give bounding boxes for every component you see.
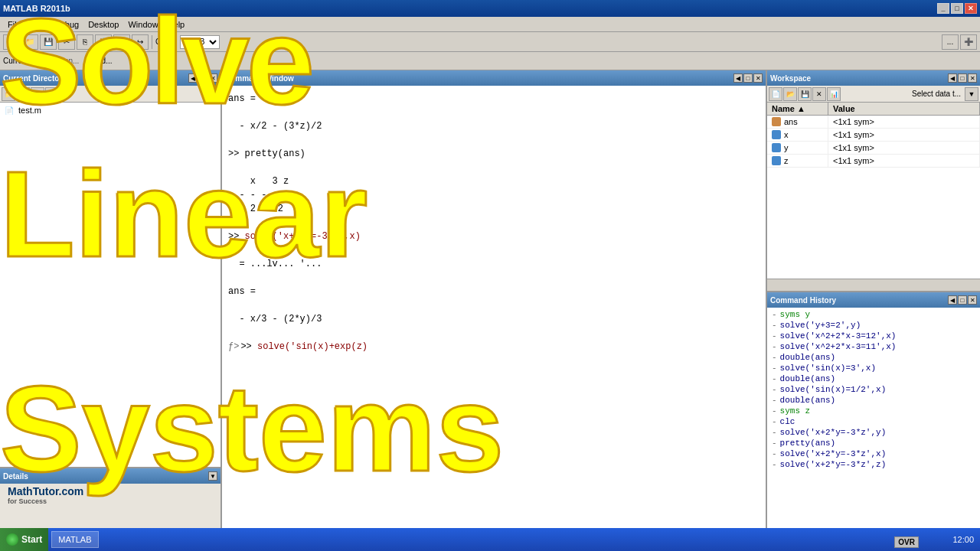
cmd-content[interactable]: ans = - x/2 - (3*z)/2 >> pretty(ans) x 3… [222,86,766,528]
cmd-line-1: ans = [228,92,760,106]
close-button[interactable]: ✕ [965,3,977,14]
ws-icon-y [772,143,781,152]
hist-item-8[interactable]: - double(ans) [770,395,977,406]
hist-item-2[interactable]: - solve('x^2+2*x-3=12',x) [770,331,977,341]
cmd-close-btn[interactable]: ✕ [753,73,763,83]
hist-item-3[interactable]: - solve('x^2+2*x-3=11',x) [770,341,977,352]
ws-save-btn[interactable]: 💾 [798,87,812,101]
left-pin-btn[interactable]: ◀ [188,73,198,83]
add-btn[interactable]: ➕ [31,87,44,101]
hist-cmd-9: syms z [780,406,811,416]
hist-item-0[interactable]: - syms y [770,309,977,320]
menu-edit[interactable]: Edit [26,18,50,31]
hist-cmd-8: double(ans) [780,396,836,405]
hist-item-7[interactable]: - solve('sin(x)=1/2',x) [770,384,977,395]
ws-plot-btn[interactable]: 📊 [827,87,841,101]
cut-btn[interactable]: ✂ [58,34,75,50]
cmd-pin-btn[interactable]: ◀ [733,73,743,83]
hist-item-5[interactable]: - solve('sin(x)=3',x) [770,363,977,373]
menu-desktop[interactable]: Desktop [83,18,123,31]
hist-cmd-0: syms y [780,310,811,319]
browse-btn[interactable]: ... [942,34,959,50]
menu-window[interactable]: Window [123,18,162,31]
menu-help[interactable]: Help [163,18,190,31]
file-list: 📄 test.m [0,103,220,467]
hist-close-btn[interactable]: ✕ [968,295,977,305]
cmd-line-12 [228,243,760,257]
hist-item-11[interactable]: - solve('x+2*y=-3*z',y) [770,427,977,438]
cmd-line-18 [228,326,760,340]
cmd-max-btn[interactable]: □ [743,73,753,83]
menu-file[interactable]: File [3,18,26,31]
addpath-btn[interactable]: ➕ [960,34,977,50]
ws-dropdown-btn[interactable]: ▼ [965,87,978,101]
hist-item-6[interactable]: - double(ans) [770,373,977,384]
left-panel-toolbar: 📁 ↑ ➕ 🔍 [0,86,220,103]
ws-cell-ans-name: ans [767,116,828,128]
menu-debug[interactable]: Debug [50,18,83,31]
ws-open-btn[interactable]: 📂 [783,87,797,101]
ws-row-y[interactable]: y <1x1 sym> [767,142,980,155]
matlab-window: MATLAB R2011b _ □ ✕ File Edit Debug Desk… [0,0,980,528]
toolbar-path: C:\U... TLAB [155,35,940,49]
taskbar-matlab-item[interactable]: MATLAB [51,531,98,548]
file-item-testm[interactable]: 📄 test.m [0,103,220,118]
ws-delete-btn[interactable]: ✕ [812,87,826,101]
left-max-btn[interactable]: □ [198,73,207,83]
ovr-badge: OVR [894,536,919,548]
path-dropdown[interactable]: TLAB [180,35,220,49]
cmd-line-5: >> pretty(ans) [228,147,760,161]
left-close-btn[interactable]: ✕ [208,73,217,83]
hist-item-12[interactable]: - pretty(ans) [770,438,977,448]
cmd-title: Command Window [225,74,294,83]
ws-row-x[interactable]: x <1x1 sym> [767,129,980,142]
hist-item-10[interactable]: - clc [770,416,977,427]
ws-icon-z [772,156,781,165]
paste-btn[interactable]: 📋 [95,34,112,50]
cmd-line-17: - x/3 - (2*y)/3 [228,312,760,326]
ws-row-ans[interactable]: ans <1x1 sym> [767,116,980,129]
hist-item-4[interactable]: - double(ans) [770,352,977,363]
ws-cell-x-value: <1x1 sym> [828,129,980,141]
ws-max-btn[interactable]: □ [958,73,967,83]
ws-col-value: Value [828,103,980,115]
hist-max-btn[interactable]: □ [958,295,967,305]
new-folder-btn[interactable]: 📁 [2,87,15,101]
cmd-line-7: x 3 z [228,174,760,188]
ws-pin-btn[interactable]: ◀ [948,73,957,83]
ws-row-z[interactable]: z <1x1 sym> [767,155,980,168]
maximize-button[interactable]: □ [951,3,963,14]
filter-btn[interactable]: 🔍 [45,87,59,101]
hist-item-9[interactable]: - syms z [770,406,977,416]
hist-item-13[interactable]: - solve('x+2*y=-3*z',x) [770,448,977,459]
hist-cmd-5: solve('sin(x)=3',x) [780,364,876,373]
ws-close-btn[interactable]: ✕ [968,73,977,83]
taskbar-time: 12:00 [952,535,974,544]
ws-col-name: Name ▲ [767,103,828,115]
history-content[interactable]: - syms y - solve('y+3=2',y) - solve('x^2… [767,308,980,528]
new-file-btn[interactable]: 📄 [3,34,20,50]
details-title: Details [3,472,28,481]
title-bar-buttons: _ □ ✕ [937,3,977,14]
hist-pin-btn[interactable]: ◀ [948,295,957,305]
hist-cmd-3: solve('x^2+2*x-3=11',x) [780,342,897,351]
open-btn[interactable]: 📁 [21,34,38,50]
cmd-line-14 [228,271,760,285]
history-btns: ◀ □ ✕ [948,295,977,305]
undo-btn[interactable]: ↩ [113,34,130,50]
hist-item-14[interactable]: - solve('x+2*y=-3*z',z) [770,459,977,470]
minimize-button[interactable]: _ [937,3,949,14]
details-toggle-btn[interactable]: ▼ [208,471,217,481]
copy-btn[interactable]: ⎘ [77,34,93,50]
up-btn[interactable]: ↑ [16,87,30,101]
ws-new-btn[interactable]: 📄 [769,87,782,101]
save-btn[interactable]: 💾 [40,34,57,50]
taskbar-right: 12:00 [946,535,980,544]
redo-btn[interactable]: ↪ [132,34,149,50]
hist-item-1[interactable]: - solve('y+3=2',y) [770,320,977,331]
hist-cmd-14: solve('x+2*y=-3*z',z) [780,460,887,469]
details-btns: ▼ [208,471,217,481]
wind-label: Wind... [88,57,112,65]
workspace-scrollbar-h[interactable] [767,279,980,291]
start-button[interactable]: Start [0,528,48,551]
